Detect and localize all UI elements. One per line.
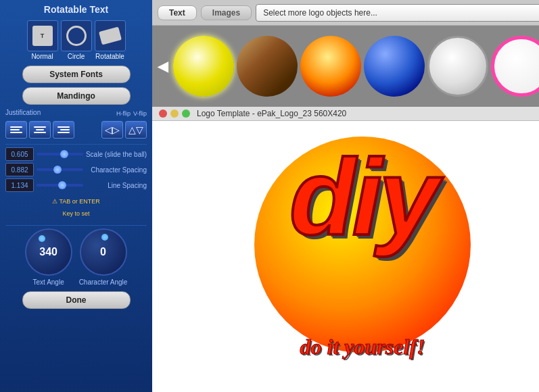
tab-text[interactable]: Text: [158, 5, 197, 20]
canvas-content[interactable]: diy do it yourself!: [152, 121, 539, 392]
line-spacing-value: 1.134: [5, 178, 34, 192]
line-spacing-label: Line Spacing: [86, 182, 147, 189]
justification-label: Justification: [5, 109, 41, 116]
tab-enter-note: ⚠ TAB or ENTERKey to set: [52, 194, 100, 218]
scale-track[interactable]: [37, 153, 83, 155]
text-angle-knob[interactable]: 340: [25, 228, 72, 276]
mode-normal-label: Normal: [31, 53, 53, 60]
text-angle-dot: [39, 235, 45, 242]
justify-left-button[interactable]: [5, 121, 27, 139]
char-spacing-value: 0.882: [5, 163, 34, 176]
panel-title: Rotatable Text: [44, 4, 108, 15]
justification-row: ◁▷ △▽: [5, 121, 147, 139]
justification-section: Justification H-flip V-flip: [5, 109, 147, 139]
thumbnail-1[interactable]: [173, 36, 234, 97]
system-fonts-button[interactable]: System Fonts: [22, 66, 131, 83]
logo-select[interactable]: Select more logo objects here...: [256, 4, 539, 22]
maximize-button[interactable]: [182, 109, 190, 118]
thumbnail-5[interactable]: [427, 36, 488, 97]
mode-rotatable-label: Rotatable: [95, 53, 124, 60]
tab-images[interactable]: Images: [201, 5, 252, 20]
line-spacing-track[interactable]: [37, 184, 83, 187]
images-row: ◀ ▶: [152, 26, 539, 107]
logo-title-bar: Logo Template - ePak_Logo_23 560X420: [152, 107, 539, 121]
line-spacing-thumb[interactable]: [58, 181, 66, 189]
text-angle-group: 340 Text Angle: [25, 228, 72, 286]
divider-1: [5, 144, 147, 145]
top-bar: Text Images Select more logo objects her…: [152, 0, 539, 26]
scale-value: 0.605: [5, 147, 34, 161]
h-flip-label: H-flip: [116, 110, 131, 117]
char-angle-knob[interactable]: 0: [80, 228, 127, 276]
h-flip-button[interactable]: ◁▷: [101, 121, 123, 139]
char-angle-dot: [101, 234, 108, 241]
mode-normal[interactable]: T Normal: [27, 20, 58, 60]
text-angle-value: 340: [39, 246, 57, 258]
mode-icons: T Normal Circle Rotatable: [5, 20, 147, 60]
char-spacing-slider-row: 0.882 Character Spacing: [5, 163, 147, 176]
mode-circle-label: Circle: [68, 53, 85, 60]
thumbnail-4[interactable]: [364, 36, 425, 97]
scale-thumb[interactable]: [60, 150, 68, 158]
close-button[interactable]: [159, 109, 167, 118]
logo-canvas-area: Logo Template - ePak_Logo_23 560X420 diy…: [152, 107, 539, 392]
scale-label: Scale (slide the ball): [86, 151, 147, 158]
diy-sub-text: do it yourself!: [241, 335, 484, 360]
angle-section: 340 Text Angle 0 Character Angle: [25, 228, 128, 286]
char-angle-value: 0: [100, 246, 106, 258]
minimize-button[interactable]: [170, 109, 179, 118]
diy-main-text: diy: [241, 143, 484, 251]
thumbnail-3[interactable]: [300, 36, 361, 97]
h-flip-group: H-flip: [116, 110, 131, 117]
justify-center-button[interactable]: [29, 121, 51, 139]
text-angle-label: Text Angle: [33, 278, 64, 286]
char-angle-label: Character Angle: [79, 278, 128, 286]
justify-right-button[interactable]: [53, 121, 74, 139]
char-spacing-thumb[interactable]: [53, 166, 62, 174]
font-selected-button[interactable]: Mandingo: [22, 87, 131, 105]
left-panel: Rotatable Text T Normal Circle Rotatable…: [0, 0, 152, 392]
thumbnail-2[interactable]: [237, 36, 298, 97]
prev-arrow[interactable]: ◀: [155, 58, 170, 74]
mode-rotatable[interactable]: Rotatable: [95, 20, 126, 60]
traffic-lights: [159, 109, 190, 118]
line-spacing-slider-row: 1.134 Line Spacing: [5, 178, 147, 192]
right-panel: Text Images Select more logo objects her…: [152, 0, 539, 392]
diy-logo: diy do it yourself!: [241, 123, 484, 366]
done-button[interactable]: Done: [22, 291, 131, 309]
divider-2: [5, 225, 147, 226]
char-angle-group: 0 Character Angle: [79, 228, 128, 286]
v-flip-group: V-flip: [133, 110, 147, 117]
char-spacing-label: Character Spacing: [86, 166, 147, 174]
mode-circle[interactable]: Circle: [61, 20, 92, 60]
char-spacing-track[interactable]: [37, 168, 83, 171]
logo-title: Logo Template - ePak_Logo_23 560X420: [197, 109, 346, 118]
thumbnail-6[interactable]: [491, 36, 539, 97]
v-flip-label: V-flip: [133, 110, 147, 117]
v-flip-button[interactable]: △▽: [125, 121, 147, 139]
scale-slider-row: 0.605 Scale (slide the ball): [5, 147, 147, 161]
